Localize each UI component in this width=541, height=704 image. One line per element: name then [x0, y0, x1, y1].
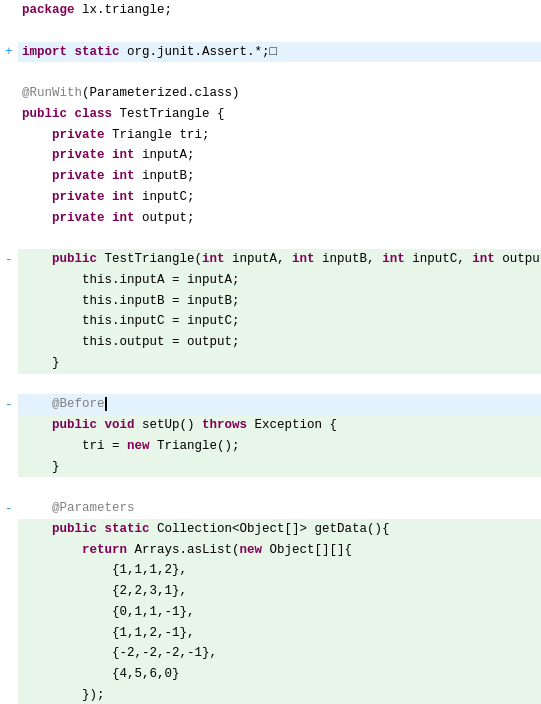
token: tri =	[22, 439, 127, 453]
token: setUp()	[135, 418, 203, 432]
gutter-marker	[0, 0, 18, 21]
token: int	[472, 252, 495, 266]
code-content: this.inputA = inputA;	[18, 270, 541, 291]
token: @Parameters	[22, 501, 135, 515]
token: private	[52, 148, 105, 162]
code-line: this.output = output;	[0, 332, 541, 353]
code-content: private Triangle tri;	[18, 125, 541, 146]
gutter-marker	[0, 685, 18, 704]
code-content	[18, 228, 541, 249]
code-content: {2,2,3,1},	[18, 581, 541, 602]
token: Object[][]{	[262, 543, 352, 557]
code-content: @RunWith(Parameterized.class)	[18, 83, 541, 104]
code-line: {1,1,1,2},	[0, 560, 541, 581]
code-content: @Before	[18, 394, 541, 415]
gutter-marker	[0, 270, 18, 291]
gutter-marker	[0, 166, 18, 187]
gutter-marker: -	[0, 394, 18, 415]
token: inputB,	[315, 252, 383, 266]
gutter-marker	[0, 21, 18, 42]
code-content: tri = new Triangle();	[18, 436, 541, 457]
code-line: {2,2,3,1},	[0, 581, 541, 602]
gutter-marker	[0, 664, 18, 685]
token: TestTriangle(	[97, 252, 202, 266]
code-content: return Arrays.asList(new Object[][]{	[18, 540, 541, 561]
token: TestTriangle {	[112, 107, 225, 121]
token: void	[105, 418, 135, 432]
token: new	[240, 543, 263, 557]
code-content: public class TestTriangle {	[18, 104, 541, 125]
token: return	[82, 543, 127, 557]
gutter-marker: -	[0, 498, 18, 519]
code-line: private int inputB;	[0, 166, 541, 187]
gutter-marker	[0, 519, 18, 540]
code-line: tri = new Triangle();	[0, 436, 541, 457]
token: throws	[202, 418, 247, 432]
code-line: {0,1,1,-1},	[0, 602, 541, 623]
token: new	[127, 439, 150, 453]
token	[22, 128, 52, 142]
code-line: - public TestTriangle(int inputA, int in…	[0, 249, 541, 270]
code-content: {1,1,2,-1},	[18, 623, 541, 644]
code-line	[0, 62, 541, 83]
code-content: public static Collection<Object[]> getDa…	[18, 519, 541, 540]
token: int	[292, 252, 315, 266]
code-content: package lx.triangle;	[18, 0, 541, 21]
gutter-marker	[0, 332, 18, 353]
token	[105, 148, 113, 162]
code-line: {4,5,6,0}	[0, 664, 541, 685]
code-line: public class TestTriangle {	[0, 104, 541, 125]
token: Collection<Object[]> getData(){	[150, 522, 390, 536]
token	[97, 418, 105, 432]
code-content: this.output = output;	[18, 332, 541, 353]
code-content	[18, 62, 541, 83]
code-line: private int output;	[0, 208, 541, 229]
gutter-marker	[0, 62, 18, 83]
code-line: - @Parameters	[0, 498, 541, 519]
code-content: {1,1,1,2},	[18, 560, 541, 581]
code-line: this.inputC = inputC;	[0, 311, 541, 332]
token: Triangle();	[150, 439, 240, 453]
gutter-marker	[0, 208, 18, 229]
code-content: @Parameters	[18, 498, 541, 519]
code-content: {-2,-2,-2,-1},	[18, 643, 541, 664]
gutter-marker: -	[0, 249, 18, 270]
token: }	[22, 460, 60, 474]
code-editor: package lx.triangle; +import static org.…	[0, 0, 541, 704]
token: {1,1,1,2},	[22, 563, 187, 577]
token: import static	[22, 45, 120, 59]
code-content	[18, 21, 541, 42]
token: inputC;	[135, 190, 195, 204]
token: this.inputC = inputC;	[22, 314, 240, 328]
code-line: - @Before	[0, 394, 541, 415]
gutter-marker	[0, 436, 18, 457]
token: class	[75, 107, 113, 121]
token: Triangle tri;	[105, 128, 210, 142]
token: output;	[135, 211, 195, 225]
code-line: +import static org.junit.Assert.*;□	[0, 42, 541, 63]
token: int	[112, 190, 135, 204]
token	[105, 211, 113, 225]
gutter-marker	[0, 187, 18, 208]
token: private	[52, 128, 105, 142]
gutter-marker	[0, 291, 18, 312]
token: @RunWith	[22, 86, 82, 100]
token: int	[382, 252, 405, 266]
gutter-marker	[0, 104, 18, 125]
code-content: private int inputB;	[18, 166, 541, 187]
token	[22, 169, 52, 183]
gutter-marker	[0, 602, 18, 623]
code-line: package lx.triangle;	[0, 0, 541, 21]
token: {1,1,2,-1},	[22, 626, 195, 640]
code-content: private int inputC;	[18, 187, 541, 208]
token: inputA,	[225, 252, 293, 266]
code-line	[0, 21, 541, 42]
gutter-marker	[0, 228, 18, 249]
gutter-marker: +	[0, 42, 18, 63]
code-content: });	[18, 685, 541, 704]
token: output){	[495, 252, 541, 266]
gutter-marker	[0, 623, 18, 644]
code-content: public void setUp() throws Exception {	[18, 415, 541, 436]
token: public	[52, 418, 97, 432]
code-line: });	[0, 685, 541, 704]
